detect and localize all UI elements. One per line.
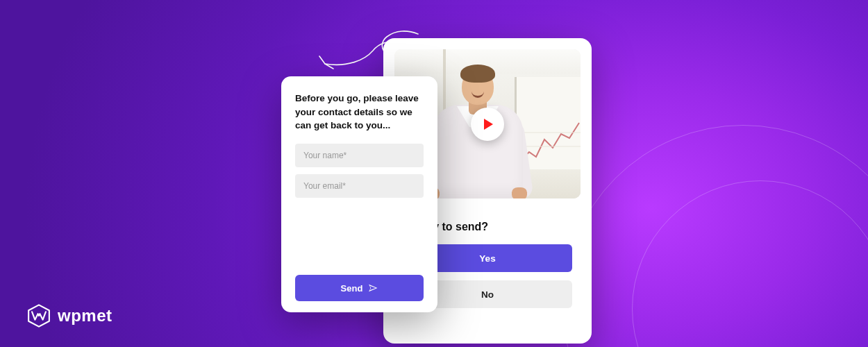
contact-card: Before you go, please leave your contact… (281, 76, 437, 312)
play-button[interactable] (471, 108, 504, 141)
decor-ring-small (632, 180, 868, 347)
paper-plane-icon (368, 283, 378, 293)
send-button[interactable]: Send (295, 275, 424, 301)
brand-mark-icon (27, 304, 51, 328)
name-input[interactable] (295, 144, 424, 167)
decor-ring-large (562, 125, 868, 347)
brand-name: wpmet (58, 306, 112, 325)
play-icon (484, 119, 493, 130)
brand-logo: wpmet (27, 304, 112, 328)
send-button-label: Send (341, 283, 363, 294)
email-input[interactable] (295, 174, 424, 198)
contact-message: Before you go, please leave your contact… (295, 92, 424, 133)
